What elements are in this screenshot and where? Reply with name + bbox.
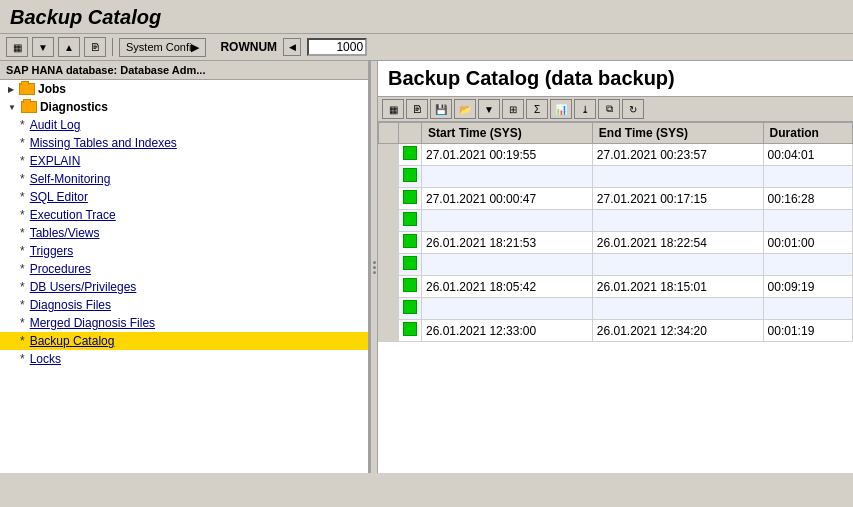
status-cell bbox=[399, 144, 422, 166]
col-header-end-time[interactable]: End Time (SYS) bbox=[592, 123, 763, 144]
content-btn-filter2[interactable]: ⊞ bbox=[502, 99, 524, 119]
start-time-cell bbox=[422, 210, 593, 232]
rownum-icon[interactable]: ◀ bbox=[283, 38, 301, 56]
content-btn-save[interactable]: 💾 bbox=[430, 99, 452, 119]
row-indicator bbox=[379, 210, 399, 232]
bullet-db-users: * bbox=[20, 280, 25, 294]
procedures-label: Procedures bbox=[30, 262, 91, 276]
start-time-cell: 26.01.2021 12:33:00 bbox=[422, 320, 593, 342]
content-btn-print[interactable]: 🖹 bbox=[406, 99, 428, 119]
sidebar-item-merged-diagnosis[interactable]: * Merged Diagnosis Files bbox=[0, 314, 368, 332]
toolbar-btn-print[interactable]: 🖹 bbox=[84, 37, 106, 57]
rownum-area: ROWNUM ◀ bbox=[220, 38, 367, 56]
content-btn-chart[interactable]: 📊 bbox=[550, 99, 572, 119]
sidebar-item-execution-trace[interactable]: * Execution Trace bbox=[0, 206, 368, 224]
execution-trace-label: Execution Trace bbox=[30, 208, 116, 222]
splitter-dot-1 bbox=[373, 261, 376, 264]
col-header-start-time[interactable]: Start Time (SYS) bbox=[422, 123, 593, 144]
sidebar-item-db-users[interactable]: * DB Users/Privileges bbox=[0, 278, 368, 296]
status-cell bbox=[399, 232, 422, 254]
end-time-cell bbox=[592, 166, 763, 188]
start-time-cell bbox=[422, 298, 593, 320]
bullet-locks: * bbox=[20, 352, 25, 366]
bullet-tables-views: * bbox=[20, 226, 25, 240]
tree-arrow-jobs: ▶ bbox=[8, 85, 14, 94]
status-green-icon bbox=[403, 146, 417, 160]
sidebar-item-locks[interactable]: * Locks bbox=[0, 350, 368, 368]
table-row[interactable]: 27.01.2021 00:00:4727.01.2021 00:17:1500… bbox=[379, 188, 853, 210]
duration-cell: 00:01:19 bbox=[763, 320, 852, 342]
sidebar-item-explain[interactable]: * EXPLAIN bbox=[0, 152, 368, 170]
col-header-duration[interactable]: Duration bbox=[763, 123, 852, 144]
table-row[interactable]: 26.01.2021 18:05:4226.01.2021 18:15:0100… bbox=[379, 276, 853, 298]
data-table-container: Start Time (SYS) End Time (SYS) Duration… bbox=[378, 122, 853, 473]
triggers-label: Triggers bbox=[30, 244, 74, 258]
row-indicator bbox=[379, 232, 399, 254]
sidebar-item-missing-tables[interactable]: * Missing Tables and Indexes bbox=[0, 134, 368, 152]
sidebar-item-self-monitoring[interactable]: * Self-Monitoring bbox=[0, 170, 368, 188]
audit-log-label: Audit Log bbox=[30, 118, 81, 132]
bullet-merged-diagnosis: * bbox=[20, 316, 25, 330]
content-btn-refresh[interactable]: ↻ bbox=[622, 99, 644, 119]
table-row[interactable] bbox=[379, 210, 853, 232]
sidebar-item-triggers[interactable]: * Triggers bbox=[0, 242, 368, 260]
status-cell bbox=[399, 210, 422, 232]
duration-cell bbox=[763, 254, 852, 276]
table-row[interactable]: 26.01.2021 18:21:5326.01.2021 18:22:5400… bbox=[379, 232, 853, 254]
table-row[interactable]: 26.01.2021 12:33:0026.01.2021 12:34:2000… bbox=[379, 320, 853, 342]
content-btn-filter[interactable]: ▼ bbox=[478, 99, 500, 119]
content-btn-select[interactable]: ▦ bbox=[382, 99, 404, 119]
db-users-label: DB Users/Privileges bbox=[30, 280, 137, 294]
backup-catalog-label: Backup Catalog bbox=[30, 334, 115, 348]
table-row[interactable]: 27.01.2021 00:19:5527.01.2021 00:23:5700… bbox=[379, 144, 853, 166]
locks-label: Locks bbox=[30, 352, 61, 366]
row-indicator bbox=[379, 144, 399, 166]
sidebar-item-diagnosis-files[interactable]: * Diagnosis Files bbox=[0, 296, 368, 314]
duration-cell: 00:09:19 bbox=[763, 276, 852, 298]
status-green-icon bbox=[403, 256, 417, 270]
row-indicator bbox=[379, 166, 399, 188]
content-btn-copy[interactable]: ⧉ bbox=[598, 99, 620, 119]
diagnostics-label: Diagnostics bbox=[40, 100, 108, 114]
status-green-icon bbox=[403, 190, 417, 204]
duration-cell bbox=[763, 298, 852, 320]
status-cell bbox=[399, 254, 422, 276]
toolbar-btn-1[interactable]: ▦ bbox=[6, 37, 28, 57]
start-time-cell: 27.01.2021 00:00:47 bbox=[422, 188, 593, 210]
sidebar-item-jobs[interactable]: ▶ Jobs bbox=[0, 80, 368, 98]
rownum-label: ROWNUM bbox=[220, 40, 277, 54]
content-btn-export[interactable]: ⤓ bbox=[574, 99, 596, 119]
bullet-audit-log: * bbox=[20, 118, 25, 132]
row-indicator bbox=[379, 254, 399, 276]
status-green-icon bbox=[403, 278, 417, 292]
table-row[interactable] bbox=[379, 298, 853, 320]
start-time-cell: 26.01.2021 18:05:42 bbox=[422, 276, 593, 298]
page-title: Backup Catalog bbox=[10, 6, 843, 29]
sidebar-item-tables-views[interactable]: * Tables/Views bbox=[0, 224, 368, 242]
bullet-self-monitoring: * bbox=[20, 172, 25, 186]
duration-cell: 00:01:00 bbox=[763, 232, 852, 254]
bullet-missing-tables: * bbox=[20, 136, 25, 150]
system-config-button[interactable]: System Confi▶ bbox=[119, 38, 206, 57]
content-btn-open[interactable]: 📂 bbox=[454, 99, 476, 119]
content-btn-sum[interactable]: Σ bbox=[526, 99, 548, 119]
sidebar-item-sql-editor[interactable]: * SQL Editor bbox=[0, 188, 368, 206]
bullet-explain: * bbox=[20, 154, 25, 168]
start-time-cell bbox=[422, 166, 593, 188]
toolbar-btn-filter[interactable]: ▼ bbox=[32, 37, 54, 57]
sidebar-item-backup-catalog[interactable]: * Backup Catalog bbox=[0, 332, 368, 350]
sidebar-header: SAP HANA database: Database Adm... bbox=[0, 61, 368, 80]
table-row[interactable] bbox=[379, 254, 853, 276]
duration-cell: 00:16:28 bbox=[763, 188, 852, 210]
end-time-cell bbox=[592, 254, 763, 276]
rownum-input[interactable] bbox=[307, 38, 367, 56]
table-row[interactable] bbox=[379, 166, 853, 188]
sidebar-item-procedures[interactable]: * Procedures bbox=[0, 260, 368, 278]
separator-1 bbox=[112, 38, 113, 56]
col-header-status[interactable] bbox=[399, 123, 422, 144]
sidebar-item-diagnostics[interactable]: ▼ Diagnostics bbox=[0, 98, 368, 116]
content-toolbar: ▦ 🖹 💾 📂 ▼ ⊞ Σ 📊 ⤓ ⧉ ↻ bbox=[378, 96, 853, 122]
splitter[interactable] bbox=[370, 61, 378, 473]
toolbar-btn-up[interactable]: ▲ bbox=[58, 37, 80, 57]
sidebar-item-audit-log[interactable]: * Audit Log bbox=[0, 116, 368, 134]
